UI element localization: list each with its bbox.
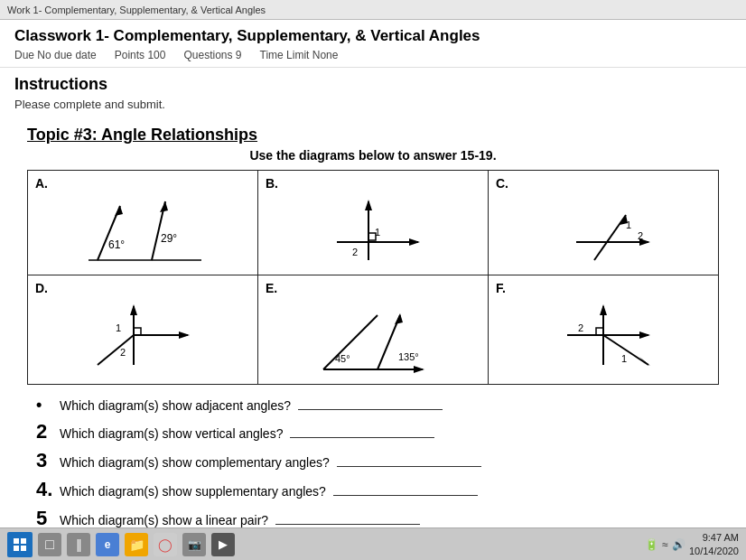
points: Points 100 bbox=[115, 49, 166, 61]
diagram-f: F. 2 1 bbox=[489, 275, 719, 385]
browser-bar: Work 1- Complementary, Supplementary, & … bbox=[0, 0, 746, 20]
time-date: 9:47 AM 10/14/2020 bbox=[689, 531, 739, 557]
svg-text:1: 1 bbox=[621, 353, 627, 364]
svg-marker-40 bbox=[639, 331, 650, 339]
tab-text: Work 1- Complementary, Supplementary, & … bbox=[7, 5, 266, 15]
q2-text: Which diagram(s) show vertical angles? bbox=[60, 426, 283, 441]
chrome-icon[interactable]: ◯ bbox=[154, 533, 177, 556]
instructions-heading: Instructions bbox=[14, 75, 732, 94]
taskview-icon[interactable]: ‖ bbox=[67, 533, 90, 556]
app-icon-1[interactable]: ▶ bbox=[211, 533, 235, 556]
svg-text:2: 2 bbox=[352, 247, 358, 257]
diagram-f-svg: 2 1 bbox=[540, 297, 667, 374]
q2-line bbox=[290, 437, 434, 438]
diagram-e-svg: 45° 135° bbox=[301, 297, 445, 378]
meta-row: Due No due date Points 100 Questions 9 T… bbox=[14, 49, 732, 61]
page-container: Classwork 1- Complementary, Supplementar… bbox=[0, 20, 746, 527]
svg-line-22 bbox=[98, 335, 134, 365]
svg-marker-3 bbox=[160, 201, 168, 212]
svg-text:2: 2 bbox=[578, 322, 583, 333]
svg-rect-47 bbox=[14, 546, 19, 551]
q1-line bbox=[298, 409, 443, 410]
page-title: Classwork 1- Complementary, Supplementar… bbox=[14, 27, 732, 45]
q3-text: Which diagram(s) show complementary angl… bbox=[60, 455, 330, 470]
svg-rect-25 bbox=[134, 328, 141, 335]
svg-marker-10 bbox=[409, 238, 420, 246]
svg-marker-36 bbox=[600, 304, 607, 315]
diagram-e: E. 45° 135° bbox=[258, 275, 489, 385]
svg-rect-46 bbox=[21, 538, 26, 544]
diagram-f-label: F. bbox=[496, 281, 711, 295]
svg-line-28 bbox=[323, 315, 378, 369]
q5-num: 5 bbox=[36, 507, 56, 527]
sound-icon: 🔊 bbox=[672, 538, 685, 551]
q5-line bbox=[275, 524, 420, 525]
svg-text:61°: 61° bbox=[108, 238, 125, 251]
svg-text:135°: 135° bbox=[398, 351, 419, 362]
q4-line bbox=[333, 495, 478, 496]
time-limit: Time Limit None bbox=[260, 49, 339, 61]
question-3: 3 Which diagram(s) show complementary an… bbox=[36, 449, 719, 472]
instructions-section: Instructions Please complete and submit. bbox=[0, 68, 746, 118]
topic3-heading: Topic #3: Angle Relationships bbox=[27, 126, 719, 145]
date-text: 10/14/2020 bbox=[689, 546, 739, 556]
diagram-b-svg: 1 2 bbox=[310, 192, 436, 269]
diagram-c: C. 1 2 bbox=[489, 171, 719, 275]
q5-text: Which diagram(s) show a linear pair? bbox=[60, 513, 268, 527]
diagram-a-svg: 61° 29° bbox=[70, 192, 215, 269]
diagram-b-label: B. bbox=[266, 176, 480, 191]
svg-rect-48 bbox=[21, 546, 26, 551]
question-1: • Which diagram(s) show adjacent angles? bbox=[36, 396, 719, 415]
question-5: 5 Which diagram(s) show a linear pair? bbox=[36, 507, 719, 527]
diagram-e-label: E. bbox=[266, 281, 480, 295]
questions-list: • Which diagram(s) show adjacent angles?… bbox=[36, 396, 719, 527]
files-icon[interactable]: 📁 bbox=[125, 533, 148, 556]
camera-icon[interactable]: 📷 bbox=[182, 533, 206, 556]
svg-marker-32 bbox=[395, 313, 403, 324]
svg-text:1: 1 bbox=[626, 219, 631, 230]
topic3-subheading: Use the diagrams below to answer 15-19. bbox=[27, 148, 719, 163]
question-4: 4. Which diagram(s) show supplementary a… bbox=[36, 478, 719, 501]
svg-text:2: 2 bbox=[120, 347, 126, 358]
q3-line bbox=[337, 466, 481, 467]
search-icon[interactable]: □ bbox=[38, 533, 61, 556]
q2-num: 2 bbox=[36, 420, 56, 443]
q1-icon: • bbox=[36, 396, 56, 415]
diagram-table: A. 61° 29° bbox=[27, 170, 719, 385]
instructions-text: Please complete and submit. bbox=[14, 98, 732, 111]
q3-num: 3 bbox=[36, 449, 56, 472]
diagram-c-svg: 1 2 bbox=[540, 192, 667, 269]
diagram-c-label: C. bbox=[496, 176, 711, 191]
diagram-d-svg: 1 2 bbox=[70, 297, 215, 374]
right-icons: 🔋 ≈ 🔊 9:47 AM 10/14/2020 bbox=[645, 531, 739, 557]
edge-icon[interactable]: e bbox=[96, 533, 119, 556]
page-header: Classwork 1- Complementary, Supplementar… bbox=[0, 20, 746, 68]
svg-marker-8 bbox=[365, 200, 372, 210]
svg-marker-24 bbox=[179, 331, 190, 339]
question-2: 2 Which diagram(s) show vertical angles? bbox=[36, 420, 719, 443]
diagram-d: D. 1 2 bbox=[28, 275, 258, 385]
q4-text: Which diagram(s) show supplementary angl… bbox=[60, 484, 326, 499]
diagram-a-label: A. bbox=[35, 176, 250, 191]
windows-button[interactable] bbox=[7, 532, 33, 557]
svg-rect-41 bbox=[596, 328, 603, 335]
svg-marker-30 bbox=[414, 366, 424, 373]
q1-text: Which diagram(s) show adjacent angles? bbox=[60, 398, 291, 413]
svg-marker-21 bbox=[130, 304, 137, 315]
taskbar: □ ‖ e 📁 ◯ 📷 ▶ 🔋 ≈ 🔊 9:47 AM 10/14/2020 bbox=[0, 527, 746, 560]
diagram-d-label: D. bbox=[35, 281, 250, 295]
diagram-b: B. 1 2 bbox=[258, 171, 489, 275]
content-area: Topic #3: Angle Relationships Use the di… bbox=[0, 118, 746, 527]
time-text: 9:47 AM bbox=[703, 532, 739, 543]
svg-text:2: 2 bbox=[638, 230, 643, 241]
diagram-a: A. 61° 29° bbox=[28, 171, 258, 275]
svg-text:1: 1 bbox=[116, 322, 121, 333]
q4-num: 4. bbox=[36, 478, 56, 501]
due-date: Due No due date bbox=[14, 49, 97, 61]
svg-text:29°: 29° bbox=[161, 232, 177, 245]
svg-rect-45 bbox=[14, 538, 19, 544]
wifi-icon: ≈ bbox=[662, 538, 668, 551]
svg-text:45°: 45° bbox=[335, 353, 350, 364]
svg-line-14 bbox=[594, 215, 626, 260]
questions: Questions 9 bbox=[183, 49, 241, 61]
